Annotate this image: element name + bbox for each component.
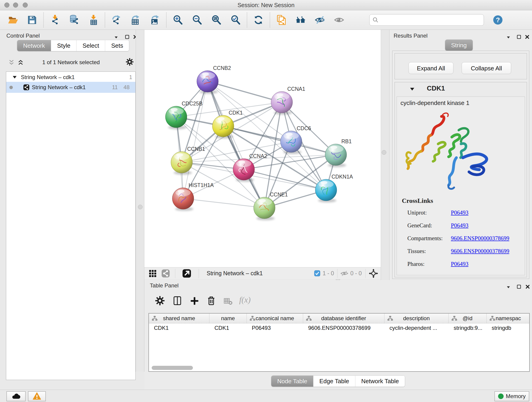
collapse-all-networks-icon[interactable] — [8, 59, 15, 65]
node-CDKN1A[interactable] — [315, 179, 337, 202]
hidden-items-icon[interactable] — [340, 269, 348, 278]
tab-style[interactable]: Style — [51, 40, 76, 51]
left-splitter[interactable] — [136, 30, 144, 372]
export-image-icon[interactable] — [150, 15, 160, 25]
export-table-icon[interactable] — [130, 15, 141, 25]
tab-node-table[interactable]: Node Table — [271, 376, 313, 387]
column-header-name[interactable]: name — [209, 313, 247, 323]
zoom-out-icon[interactable] — [192, 15, 202, 25]
edge-CCNB2-HIST1H1A[interactable] — [183, 81, 208, 198]
import-network-icon[interactable] — [50, 15, 60, 25]
results-panel-maximize-button[interactable] — [516, 34, 521, 39]
protein-disclosure-icon[interactable] — [409, 86, 415, 92]
table-panel-close-button[interactable] — [525, 284, 530, 289]
add-column-button[interactable] — [190, 296, 199, 306]
crosslink-link[interactable]: P06493 — [451, 261, 468, 267]
node-CDK1[interactable] — [212, 115, 234, 138]
network-row-selected[interactable]: String Network – cdk1 11 48 — [6, 82, 135, 93]
left-splitter-handle[interactable] — [138, 205, 143, 209]
node-CCNA1[interactable] — [271, 91, 293, 115]
node-CDC25B[interactable] — [165, 106, 187, 129]
table-panel-float-button[interactable] — [506, 285, 511, 290]
network-graph[interactable]: CCNB2CCNA1CDC25BCDK1CDC6RB1CCNB1CCNA2CDK… — [144, 30, 381, 267]
node-CCNB1[interactable] — [171, 152, 192, 175]
column-header-namespac[interactable]: namespac — [487, 313, 530, 323]
network-type-icon[interactable] — [161, 269, 170, 278]
edge-HIST1H1A-CCNE1[interactable] — [183, 198, 264, 208]
column-header-canonical-name[interactable]: canonical name — [247, 313, 303, 323]
warnings-button[interactable] — [28, 391, 46, 401]
network-collection-row[interactable]: String Network – cdk1 1 — [6, 73, 135, 82]
cell[interactable]: P06493 — [247, 325, 303, 331]
network-canvas[interactable]: CCNB2CCNA1CDC25BCDK1CDC6RB1CCNB1CCNA2CDK… — [144, 30, 381, 267]
cell[interactable]: cyclin-dependent ... — [385, 325, 449, 331]
tab-network-table[interactable]: Network Table — [355, 376, 405, 387]
column-header-@id[interactable]: @id — [449, 313, 487, 323]
zoom-in-icon[interactable] — [172, 15, 183, 25]
help-icon[interactable]: ? — [493, 15, 503, 25]
import-table-icon[interactable] — [88, 15, 99, 25]
crosslink-link[interactable]: 9606.ENSP00000378699 — [451, 235, 509, 242]
cell[interactable]: stringdb — [487, 325, 530, 331]
import-network-database-icon[interactable] — [69, 15, 80, 25]
hidden-counter: 0 - 0 — [350, 270, 362, 277]
edge-CCNB2-CCNE1[interactable] — [208, 81, 264, 208]
refresh-icon[interactable] — [253, 15, 264, 25]
tab-select[interactable]: Select — [76, 40, 105, 51]
crosslink-row: Compartments:9606.ENSP00000378699 — [407, 232, 522, 245]
selected-checkbox[interactable] — [314, 270, 320, 276]
crosslink-link[interactable]: P06493 — [451, 210, 468, 216]
tab-network[interactable]: Network — [17, 40, 51, 51]
expand-all-button[interactable]: Expand All — [409, 62, 453, 74]
tab-sets[interactable]: Sets — [105, 40, 129, 51]
cell[interactable]: CDK1 — [149, 325, 209, 331]
hide-selected-icon[interactable] — [315, 15, 325, 25]
zoom-selected-icon[interactable] — [230, 15, 241, 25]
first-neighbors-icon[interactable] — [276, 15, 287, 25]
show-columns-icon[interactable] — [172, 296, 182, 306]
network-options-gear-icon[interactable] — [126, 58, 134, 66]
crosslink-link[interactable]: 9606.ENSP00000378699 — [451, 248, 509, 254]
search-input[interactable] — [379, 17, 481, 23]
horizontal-scrollbar-thumb[interactable] — [152, 366, 193, 370]
cloud-status-button[interactable] — [6, 391, 26, 401]
open-session-icon[interactable] — [7, 15, 18, 25]
export-network-icon[interactable] — [111, 15, 122, 25]
column-header-description[interactable]: description — [385, 313, 449, 323]
search-box[interactable] — [369, 14, 484, 26]
node-table[interactable]: shared namenamecanonical namedatabase id… — [148, 313, 530, 372]
column-header-database-identifier[interactable]: database identifier — [303, 313, 385, 323]
node-RB1[interactable] — [325, 144, 347, 167]
node-HIST1H1A[interactable] — [172, 188, 194, 211]
cell[interactable]: stringdb:9... — [449, 325, 487, 331]
right-splitter-handle[interactable] — [382, 150, 386, 155]
cell[interactable]: 9606.ENSP00000378699 — [303, 325, 385, 331]
control-panel-float-button[interactable] — [114, 35, 119, 40]
cell[interactable]: CDK1 — [209, 325, 247, 331]
control-panel-maximize-button[interactable] — [125, 34, 130, 39]
zoom-fit-icon[interactable] — [211, 15, 222, 25]
table-options-gear-icon[interactable] — [155, 296, 165, 306]
node-CCNE1[interactable] — [254, 197, 275, 220]
table-row[interactable]: CDK1CDK1P064939606.ENSP00000378699cyclin… — [149, 323, 529, 332]
memory-button[interactable]: Memory — [494, 391, 529, 401]
birds-eye-view-button[interactable] — [182, 269, 191, 278]
expand-all-networks-icon[interactable] — [17, 59, 24, 65]
column-header-shared-name[interactable]: shared name — [149, 313, 209, 323]
collection-disclosure-icon[interactable] — [12, 75, 17, 80]
tab-string[interactable]: String — [445, 40, 473, 51]
results-panel-float-button[interactable] — [506, 35, 511, 40]
home-icon[interactable] — [295, 15, 306, 25]
results-panel-close-button[interactable] — [525, 34, 530, 39]
pan-tool-icon[interactable] — [369, 269, 378, 278]
show-all-icon[interactable] — [334, 15, 344, 25]
tab-edge-table[interactable]: Edge Table — [313, 376, 355, 387]
delete-column-button[interactable] — [206, 296, 216, 306]
edge-CDK1-RB1[interactable] — [223, 126, 336, 155]
show-grid-icon[interactable] — [148, 269, 157, 278]
table-panel-maximize-button[interactable] — [516, 284, 521, 289]
collapse-all-button[interactable]: Collapse All — [462, 62, 511, 74]
save-session-icon[interactable] — [27, 15, 37, 25]
node-CDC6[interactable] — [280, 131, 302, 154]
crosslink-link[interactable]: P06493 — [451, 222, 468, 229]
